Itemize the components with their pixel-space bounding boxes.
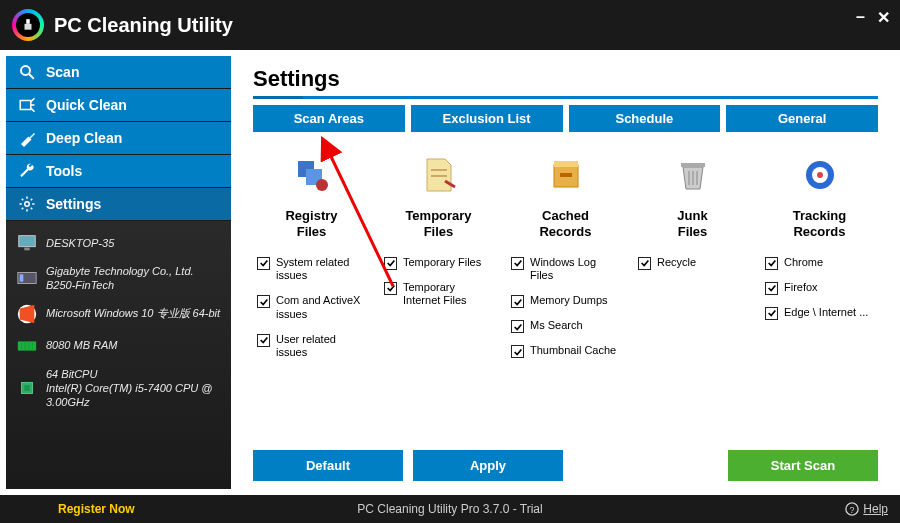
help-link[interactable]: ? Help [845,502,888,516]
svg-line-3 [29,74,34,79]
trash-icon [673,155,713,195]
tab-exclusion-list[interactable]: Exclusion List [411,105,563,132]
register-now-link[interactable]: Register Now [58,502,135,516]
gear-icon [18,195,36,213]
app-logo [12,9,44,41]
windows-icon [16,303,38,325]
nav-tools-label: Tools [46,163,82,179]
svg-rect-7 [19,236,36,247]
chk-winlog[interactable]: Windows Log Files [507,253,624,292]
sys-ram: 8080 MB RAM [46,338,118,352]
svg-rect-0 [26,19,30,24]
tracking-icon [800,155,840,195]
sys-cpu: 64 BitCPU Intel(R) Core(TM) i5-7400 CPU … [46,367,221,410]
registry-icon [292,155,332,195]
nav-tools[interactable]: Tools [6,155,231,187]
svg-rect-4 [20,101,31,110]
chk-mssearch[interactable]: Ms Search [507,316,624,341]
settings-tabs: Scan Areas Exclusion List Schedule Gener… [253,105,878,132]
svg-line-5 [30,134,35,139]
help-icon: ? [845,502,859,516]
svg-point-22 [316,179,328,191]
system-info: DESKTOP-35 Gigabyte Technology Co., Ltd.… [6,221,231,489]
nav-quick-clean[interactable]: Quick Clean [6,89,231,121]
tab-scan-areas[interactable]: Scan Areas [253,105,405,132]
chk-firefox[interactable]: Firefox [761,278,878,303]
scan-areas-columns: Registry Files System related issues Com… [253,150,878,444]
sys-mobo: Gigabyte Technology Co., Ltd. B250-FinTe… [46,264,221,293]
chk-recycle[interactable]: Recycle [634,253,751,278]
tab-schedule[interactable]: Schedule [569,105,721,132]
chk-system-related[interactable]: System related issues [253,253,370,292]
col-registry-title: Registry Files [285,208,337,241]
svg-rect-23 [431,169,447,171]
svg-rect-28 [681,163,705,167]
title-underline [253,96,878,99]
svg-text:?: ? [850,505,855,515]
cleanup-icon [18,96,36,114]
svg-point-2 [21,66,30,75]
nav-quick-clean-label: Quick Clean [46,97,127,113]
chk-user-related[interactable]: User related issues [253,330,370,369]
chk-memdump[interactable]: Memory Dumps [507,291,624,316]
titlebar: PC Cleaning Utility – ✕ [0,0,900,50]
col-registry: Registry Files System related issues Com… [253,150,370,444]
cpu-icon [16,377,38,399]
nav-deep-clean[interactable]: Deep Clean [6,122,231,154]
chk-thumb[interactable]: Thumbnail Cache [507,341,624,366]
search-icon [18,63,36,81]
apply-button[interactable]: Apply [413,450,563,481]
cache-icon [546,155,586,195]
nav-settings-label: Settings [46,196,101,212]
chk-temp-files[interactable]: Temporary Files [380,253,497,278]
svg-rect-26 [554,161,578,167]
chk-temp-inet[interactable]: Temporary Internet Files [380,278,497,317]
minimize-icon[interactable]: – [856,8,865,27]
wrench-icon [18,162,36,180]
footer-status: PC Cleaning Utility Pro 3.7.0 - Trial [357,502,542,516]
col-junk-title: Junk Files [677,208,707,241]
svg-rect-24 [431,175,447,177]
chk-com-activex[interactable]: Com and ActiveX issues [253,291,370,330]
col-cached-title: Cached Records [539,208,591,241]
footer: Register Now PC Cleaning Utility Pro 3.7… [0,495,900,523]
col-tracking: Tracking Records Chrome Firefox Edge \ I… [761,150,878,444]
sidebar: Scan Quick Clean Deep Clean Tools Settin… [6,56,231,489]
col-temp: Temporary Files Temporary Files Temporar… [380,150,497,444]
col-cached: Cached Records Windows Log Files Memory … [507,150,624,444]
svg-rect-27 [560,173,572,177]
broom-icon [18,129,36,147]
ram-icon [16,335,38,357]
default-button[interactable]: Default [253,450,403,481]
svg-rect-12 [18,341,36,350]
col-junk: Junk Files Recycle [634,150,751,444]
col-tracking-title: Tracking Records [793,208,846,241]
action-row: Default Apply Start Scan [253,450,878,481]
motherboard-icon [16,267,38,289]
svg-rect-10 [20,275,24,282]
svg-rect-1 [25,24,32,30]
temp-files-icon [419,155,459,195]
page-title: Settings [253,66,878,92]
monitor-icon [16,232,38,254]
help-label: Help [863,502,888,516]
svg-point-34 [817,172,823,178]
svg-point-6 [25,202,30,207]
chk-edge-ie[interactable]: Edge \ Internet ... [761,303,878,328]
sys-host: DESKTOP-35 [46,236,114,250]
svg-rect-18 [24,385,30,391]
close-icon[interactable]: ✕ [877,8,890,27]
main-panel: Settings Scan Areas Exclusion List Sched… [237,56,894,489]
nav-settings[interactable]: Settings [6,188,231,220]
chk-chrome[interactable]: Chrome [761,253,878,278]
svg-rect-8 [24,248,30,251]
tab-general[interactable]: General [726,105,878,132]
nav-deep-clean-label: Deep Clean [46,130,122,146]
nav-scan-label: Scan [46,64,79,80]
start-scan-button[interactable]: Start Scan [728,450,878,481]
sys-os: Microsoft Windows 10 专业版 64-bit [46,306,220,320]
app-title: PC Cleaning Utility [54,14,233,37]
nav-scan[interactable]: Scan [6,56,231,88]
col-temp-title: Temporary Files [405,208,471,241]
